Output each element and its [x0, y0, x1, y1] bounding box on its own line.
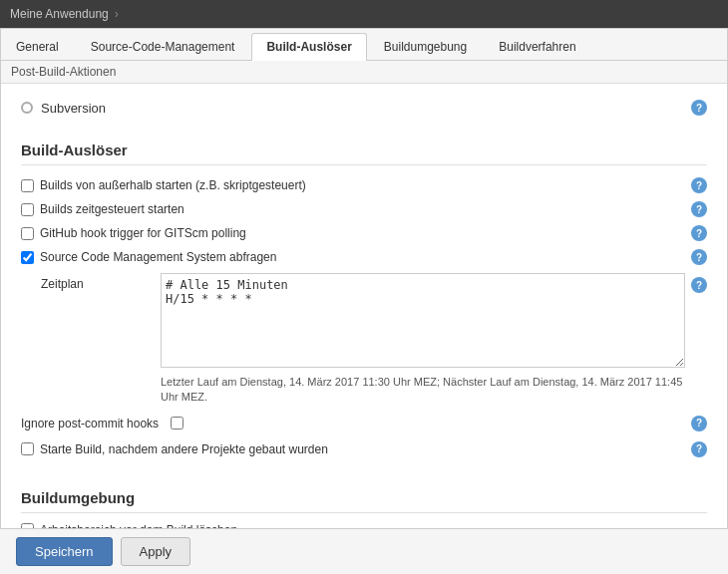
app-bar: Meine Anwendung ›	[0, 0, 728, 28]
tab-general[interactable]: General	[1, 33, 74, 60]
tab-build-env[interactable]: Buildumgebung	[369, 33, 482, 60]
tab-build-method[interactable]: Buildverfahren	[484, 33, 590, 60]
checkbox-ignore-post-commit[interactable]	[171, 417, 183, 430]
tab-source-code[interactable]: Source-Code-Management	[76, 33, 250, 60]
main-content: General Source-Code-Management Build-Aus…	[0, 28, 728, 574]
schedule-hint: Letzter Lauf am Dienstag, 14. März 2017 …	[161, 375, 685, 406]
subversion-section: Subversion ?	[1, 84, 727, 130]
checkbox-scheduled-build[interactable]	[21, 203, 34, 216]
build-env-title: Buildumgebung	[21, 489, 707, 513]
checkbox-external-build[interactable]	[21, 179, 34, 192]
footer-bar: Speichern Apply	[0, 528, 728, 574]
subversion-radio[interactable]	[21, 102, 33, 114]
ignore-row: Ignore post-commit hooks ?	[21, 416, 707, 431]
sub-tabs-bar: Post-Build-Aktionen	[1, 61, 727, 84]
zeitplan-textarea[interactable]: # Alle 15 Minuten H/15 * * * *	[161, 273, 685, 368]
help-icon-2[interactable]: ?	[691, 201, 707, 217]
content-wrapper: Subversion ? Build-Auslöser Builds von a…	[1, 84, 727, 574]
ignore-checkbox-cell	[171, 417, 183, 430]
label-external-build: Builds von außerhalb starten (z.B. skrip…	[40, 178, 306, 192]
subversion-help-icon[interactable]: ?	[691, 100, 707, 116]
label-scheduled-build: Builds zeitgesteuert starten	[40, 202, 184, 216]
subversion-label: Subversion	[41, 101, 106, 116]
starte-build-row: Starte Build, nachdem andere Projekte ge…	[21, 441, 707, 457]
help-icon-starte[interactable]: ?	[691, 441, 707, 457]
subversion-row: Subversion ?	[21, 96, 707, 120]
zeitplan-label: Zeitplan	[41, 273, 161, 291]
save-button[interactable]: Speichern	[16, 537, 113, 566]
zeitplan-control: # Alle 15 Minuten H/15 * * * * Letzter L…	[161, 273, 685, 406]
build-trigger-section: Build-Auslöser Builds von außerhalb star…	[1, 130, 727, 477]
help-icon-3[interactable]: ?	[691, 225, 707, 241]
help-icon-ignore[interactable]: ?	[691, 416, 707, 431]
ignore-label: Ignore post-commit hooks	[21, 417, 159, 430]
zeitplan-row: Zeitplan # Alle 15 Minuten H/15 * * * * …	[41, 273, 707, 406]
app-name: Meine Anwendung	[10, 7, 109, 21]
post-build-tab[interactable]: Post-Build-Aktionen	[11, 65, 116, 79]
label-github-hook: GitHub hook trigger for GITScm polling	[40, 226, 246, 240]
help-icon-zeitplan[interactable]: ?	[691, 277, 707, 293]
checkbox-row-1: Builds von außerhalb starten (z.B. skrip…	[21, 177, 707, 193]
tabs-bar: General Source-Code-Management Build-Aus…	[1, 29, 727, 61]
help-icon-4[interactable]: ?	[691, 249, 707, 265]
build-trigger-title: Build-Auslöser	[21, 142, 707, 165]
label-scm-poll: Source Code Management System abfragen	[40, 250, 276, 264]
checkbox-row-3: GitHub hook trigger for GITScm polling ?	[21, 225, 707, 241]
checkbox-scm-poll[interactable]	[21, 251, 34, 264]
checkbox-github-hook[interactable]	[21, 227, 34, 240]
tab-build-trigger[interactable]: Build-Auslöser	[251, 33, 366, 61]
apply-button[interactable]: Apply	[121, 537, 191, 566]
checkbox-row-4: Source Code Management System abfragen ?	[21, 249, 707, 265]
help-icon-1[interactable]: ?	[691, 177, 707, 193]
checkbox-starte-build[interactable]	[21, 442, 34, 455]
breadcrumb-arrow: ›	[115, 7, 119, 21]
checkbox-row-2: Builds zeitgesteuert starten ?	[21, 201, 707, 217]
label-starte-build: Starte Build, nachdem andere Projekte ge…	[40, 442, 328, 456]
